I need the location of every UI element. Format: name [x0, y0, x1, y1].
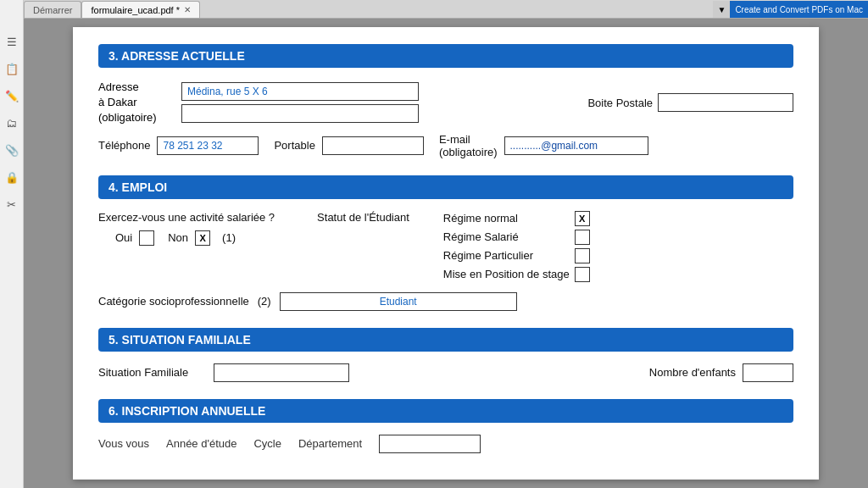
activite-section: Exercez-vous une activité salariée ? Oui… [98, 211, 275, 252]
section-emploi: 4. EMPLOI Exercez-vous une activité sala… [98, 175, 793, 311]
oui-non-row: Oui Non X (1) [115, 230, 275, 246]
note-1-label: (1) [222, 231, 236, 244]
enfants-section: Nombre d'enfants [649, 363, 793, 382]
categorie-row: Catégorie socioprofessionnelle (2) [98, 292, 793, 311]
regime-particulier-label: Régime Particulier [443, 249, 533, 262]
oui-label: Oui [115, 231, 132, 244]
main-area: Démarrer formulaire_ucad.pdf * ✕ ▼ Creat… [24, 0, 868, 488]
tab-close-icon[interactable]: ✕ [184, 5, 191, 14]
sidebar-icon-6[interactable]: 🔒 [4, 169, 19, 185]
regime-particulier-checkbox[interactable] [575, 248, 590, 263]
tab-formulaire-label: formulaire_ucad.pdf * [91, 5, 180, 15]
section-emploi-header: 4. EMPLOI [98, 175, 793, 199]
regime-salarie-row: Régime Salarié [443, 230, 590, 245]
tab-demarrer[interactable]: Démarrer [24, 1, 81, 18]
question-label: Exercez-vous une activité salariée ? [98, 211, 275, 224]
email-input[interactable] [504, 136, 648, 155]
telephone-label: Téléphone [98, 139, 150, 152]
question-row: Exercez-vous une activité salariée ? [98, 211, 275, 224]
regimes-section: Régime normal X Régime Salarié Régime Pa… [443, 211, 590, 282]
portable-input[interactable] [322, 136, 424, 155]
tab-dropdown[interactable]: ▼ [713, 1, 730, 18]
departement-label: Département [298, 437, 362, 450]
regime-normal-row: Régime normal X [443, 211, 590, 226]
categorie-input[interactable] [280, 292, 517, 311]
pdf-content-wrapper: 3. ADRESSE ACTUELLE Adresseà Dakar(oblig… [24, 19, 868, 488]
inscription-main-row: Vous vous Année d'étude Cycle Départemen… [98, 435, 793, 453]
annee-label: Année d'étude [166, 437, 236, 450]
sidebar-icon-5[interactable]: 📎 [4, 142, 19, 158]
regime-stage-checkbox[interactable] [575, 267, 590, 282]
sidebar: ☰ 📋 ✏️ 🗂 📎 🔒 ✂ [0, 0, 24, 488]
sidebar-icon-2[interactable]: 📋 [4, 61, 19, 76]
section-familiale-header: 5. SITUATION FAMILIALE [98, 328, 793, 352]
email-label: E-mail(obligatoire) [439, 133, 498, 158]
tab-demarrer-label: Démarrer [33, 5, 72, 15]
section-inscription-header: 6. INSCRIPTION ANNUELLE [98, 399, 793, 423]
categorie-note: (2) [258, 295, 271, 308]
statut-section-wrapper: Statut de l'Étudiant [317, 211, 409, 224]
boite-postale-section: Boite Postale [587, 93, 793, 112]
regime-salarie-label: Régime Salarié [443, 230, 519, 243]
situation-familiale-input[interactable] [214, 363, 349, 382]
enfants-label: Nombre d'enfants [649, 366, 736, 379]
adresse-line2-input[interactable] [181, 104, 419, 123]
portable-label: Portable [274, 139, 314, 152]
departement-input[interactable] [379, 435, 481, 453]
section-inscription: 6. INSCRIPTION ANNUELLE Vous vous Année … [98, 399, 793, 453]
boite-postale-label: Boite Postale [587, 97, 653, 109]
emploi-main-row: Exercez-vous une activité salariée ? Oui… [98, 211, 793, 282]
adresse-label: Adresseà Dakar(obligatoire) [98, 80, 175, 126]
statut-label: Statut de l'Étudiant [317, 211, 409, 224]
familiale-main-row: Situation Familiale Nombre d'enfants [98, 363, 793, 382]
tabbar: Démarrer formulaire_ucad.pdf * ✕ ▼ Creat… [24, 0, 868, 19]
section-adresse: 3. ADRESSE ACTUELLE Adresseà Dakar(oblig… [98, 44, 793, 158]
top-right-button[interactable]: Create and Convert PDFs on Mac [730, 1, 868, 18]
telephone-input[interactable] [157, 136, 259, 155]
regime-normal-label: Régime normal [443, 212, 518, 225]
adresse-line1-input[interactable] [181, 82, 419, 101]
regime-salarie-checkbox[interactable] [575, 230, 590, 245]
enfants-input[interactable] [743, 363, 793, 382]
regime-normal-checkbox[interactable]: X [575, 211, 590, 226]
categorie-label: Catégorie socioprofessionnelle [98, 295, 249, 308]
non-checked-value: X [199, 233, 205, 243]
top-right-label: Create and Convert PDFs on Mac [735, 5, 863, 14]
regime-particulier-row: Régime Particulier [443, 248, 590, 263]
sidebar-icon-7[interactable]: ✂ [4, 197, 19, 212]
adresse-inputs [181, 82, 419, 123]
adresse-row: Adresseà Dakar(obligatoire) Boite Postal… [98, 80, 793, 126]
situation-familiale-label: Situation Familiale [98, 366, 188, 379]
vous-label: Vous vous [98, 437, 149, 450]
cycle-label: Cycle [253, 437, 281, 450]
non-checkbox[interactable]: X [195, 230, 210, 246]
oui-checkbox[interactable] [139, 230, 154, 246]
regime-stage-row: Mise en Position de stage [443, 267, 590, 282]
sidebar-icon-4[interactable]: 🗂 [4, 115, 19, 130]
section-adresse-header: 3. ADRESSE ACTUELLE [98, 44, 793, 68]
sidebar-icon-1[interactable]: ☰ [4, 34, 19, 49]
boite-postale-input[interactable] [658, 93, 793, 112]
regime-stage-label: Mise en Position de stage [443, 268, 570, 280]
telephone-row: Téléphone Portable E-mail(obligatoire) [98, 133, 793, 158]
non-label: Non [168, 231, 188, 244]
sidebar-icon-3[interactable]: ✏️ [4, 88, 19, 103]
tab-formulaire[interactable]: formulaire_ucad.pdf * ✕ [81, 1, 200, 18]
pdf-page: 3. ADRESSE ACTUELLE Adresseà Dakar(oblig… [73, 27, 819, 480]
section-familiale: 5. SITUATION FAMILIALE Situation Familia… [98, 328, 793, 382]
